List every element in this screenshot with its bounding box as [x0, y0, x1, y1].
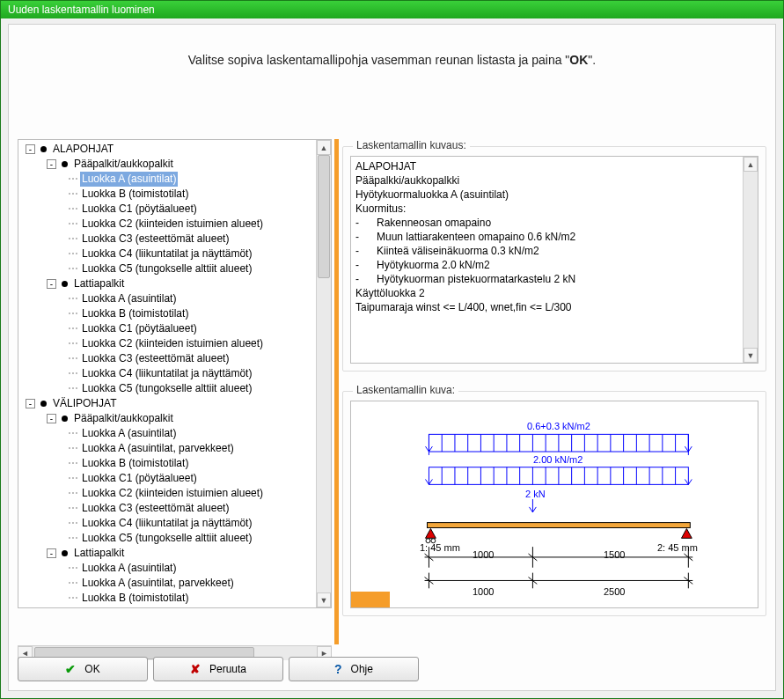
- pointload-label: 2 kN: [525, 489, 546, 499]
- tree-leaf[interactable]: ⋯Luokka B (toimistotilat): [18, 591, 316, 606]
- help-label: Ohje: [351, 663, 373, 675]
- tree-leaf[interactable]: ⋯Luokka A (asuintilat): [18, 172, 316, 187]
- expander-icon[interactable]: -: [47, 414, 56, 423]
- tree-node-label: Luokka B (toimistotilat): [80, 591, 190, 606]
- tree-leaf[interactable]: ⋯Luokka C3 (esteettömät alueet): [18, 232, 316, 246]
- image-group-title: Laskentamallin kuva:: [353, 384, 458, 396]
- tree-node-label: Luokka C1 (pöytäalueet): [80, 202, 199, 217]
- expander-icon[interactable]: -: [47, 548, 56, 558]
- scroll-thumb[interactable]: [318, 155, 330, 278]
- bullet-icon: [40, 401, 47, 407]
- tree-node-label: VÄLIPOHJAT: [51, 396, 118, 411]
- tree-leaf[interactable]: ⋯Luokka C2 (kiinteiden istuimien alueet): [18, 217, 316, 232]
- tree-branch[interactable]: -Lattiapalkit: [18, 276, 316, 291]
- scroll-up-icon[interactable]: ▲: [744, 157, 758, 172]
- tree-node-label: Luokka A (asuintilat, parvekkeet): [80, 441, 236, 456]
- leaf-connector-icon: ⋯: [68, 531, 80, 546]
- description-line: - Rakenneosan omapaino: [355, 216, 753, 230]
- svg-marker-54: [426, 528, 436, 538]
- right-support-label: 2: 45 mm: [657, 542, 698, 553]
- tree-leaf[interactable]: ⋯Luokka A (asuintilat, parvekkeet): [18, 441, 316, 456]
- help-button[interactable]: ? Ohje: [289, 657, 419, 681]
- tree-node-label: Luokka C5 (tungokselle alttiit alueet): [80, 381, 253, 396]
- tree-leaf[interactable]: ⋯Luokka C2 (kiinteiden istuimien alueet): [18, 486, 316, 501]
- tree-node-label: Luokka C4 (liikuntatilat ja näyttämöt): [80, 246, 253, 261]
- expander-icon[interactable]: -: [47, 159, 56, 169]
- desc-vscrollbar[interactable]: ▲ ▼: [743, 157, 758, 363]
- tree-leaf[interactable]: ⋯Luokka B (toimistotilat): [18, 306, 316, 321]
- scroll-down-icon[interactable]: ▼: [317, 592, 331, 607]
- svg-line-5: [685, 446, 688, 452]
- svg-rect-53: [427, 523, 690, 528]
- right-pane: Laskentamallin kuvaus: ALAPOHJATPääpalkk…: [342, 139, 766, 644]
- expander-icon[interactable]: -: [26, 144, 35, 154]
- svg-line-51: [529, 507, 532, 512]
- svg-line-30: [688, 479, 692, 484]
- dim-bot-left: 1000: [473, 586, 494, 597]
- description-line: Pääpalkki/aukkopalkki: [355, 173, 753, 188]
- expander-icon[interactable]: -: [47, 279, 56, 289]
- tree-node-label: Luokka A (asuintilat, parvekkeet): [80, 576, 236, 591]
- tree-leaf[interactable]: ⋯Luokka A (asuintilat, parvekkeet): [18, 576, 316, 591]
- tree-branch[interactable]: -ALAPOHJAT: [18, 142, 316, 157]
- tree-node-label: Luokka C1 (pöytäalueet): [80, 471, 199, 486]
- tree-branch[interactable]: -Pääpalkit/aukkopalkit: [18, 411, 316, 426]
- leaf-connector-icon: ⋯: [68, 246, 80, 261]
- dialog-window: Uuden laskentamallin luominen Valitse so…: [0, 0, 784, 699]
- tree-node-label: Luokka A (asuintilat): [80, 561, 178, 576]
- dim-top-right: 1500: [604, 549, 625, 560]
- tree-leaf[interactable]: ⋯Luokka C3 (esteettömät alueet): [18, 351, 316, 366]
- scroll-down-icon[interactable]: ▼: [744, 348, 758, 363]
- tree-leaf[interactable]: ⋯Luokka A (asuintilat): [18, 426, 316, 441]
- description-line: Käyttöluokka 2: [355, 286, 753, 300]
- tree-leaf[interactable]: ⋯Luokka B (toimistotilat): [18, 187, 316, 202]
- titlebar: Uuden laskentamallin luominen: [1, 1, 783, 18]
- tree-leaf[interactable]: ⋯Luokka C4 (liikuntatilat ja näyttämöt): [18, 516, 316, 531]
- svg-line-6: [688, 446, 692, 452]
- svg-marker-55: [681, 528, 692, 538]
- tree-branch[interactable]: -VÄLIPOHJAT: [18, 396, 316, 411]
- tree-branch[interactable]: -Lattiapalkit: [18, 546, 316, 561]
- tree-leaf[interactable]: ⋯Luokka A (asuintilat): [18, 561, 316, 576]
- tree-leaf[interactable]: ⋯Luokka C1 (pöytäalueet): [18, 321, 316, 336]
- leaf-connector-icon: ⋯: [68, 486, 80, 501]
- tree-node-label: Luokka C3 (esteettömät alueet): [80, 501, 231, 516]
- tree-leaf[interactable]: ⋯Luokka C5 (tungokselle alttiit alueet): [18, 261, 316, 276]
- template-tree[interactable]: -ALAPOHJAT-Pääpalkit/aukkopalkit⋯Luokka …: [18, 139, 332, 608]
- tree-vscrollbar[interactable]: ▲ ▼: [316, 140, 331, 607]
- tree-leaf[interactable]: ⋯Luokka C1 (pöytäalueet): [18, 202, 316, 217]
- tree-leaf[interactable]: ⋯Luokka C4 (liikuntatilat ja näyttämöt): [18, 366, 316, 381]
- description-line: - Kiinteä väliseinäkuorma 0.3 kN/m2: [355, 244, 753, 258]
- tree-leaf[interactable]: ⋯Luokka B (toimistotilat): [18, 456, 316, 471]
- tree-leaf[interactable]: ⋯Luokka C3 (esteettömät alueet): [18, 501, 316, 516]
- ok-button[interactable]: ✔ OK: [18, 657, 148, 681]
- instruction-text: Valitse sopiva laskentamallipohja vasemm…: [9, 25, 775, 95]
- x-icon: ✘: [190, 662, 201, 676]
- tree-node-label: Luokka A (asuintilat): [80, 172, 178, 187]
- tree-node-label: Pääpalkit/aukkopalkit: [72, 411, 175, 426]
- description-textarea[interactable]: ALAPOHJATPääpalkki/aukkopalkkiHyötykuorm…: [350, 156, 758, 364]
- tree-branch[interactable]: -Pääpalkit/aukkopalkit: [18, 157, 316, 172]
- expander-icon[interactable]: -: [26, 399, 35, 408]
- tree-leaf[interactable]: ⋯Luokka C5 (tungokselle alttiit alueet): [18, 531, 316, 546]
- instruction-bold: OK: [569, 53, 588, 67]
- tree-node-label: Luokka C4 (liikuntatilat ja näyttämöt): [80, 366, 253, 381]
- image-group: Laskentamallin kuva:: [342, 384, 766, 616]
- tree-leaf[interactable]: ⋯Luokka C4 (liikuntatilat ja näyttämöt): [18, 246, 316, 261]
- tree-leaf[interactable]: ⋯Luokka C2 (kiinteiden istuimien alueet): [18, 336, 316, 351]
- svg-line-28: [429, 479, 432, 484]
- description-line: - Muun lattiarakenteen omapaino 0.6 kN/m…: [355, 230, 753, 244]
- tree-leaf[interactable]: ⋯Luokka A (asuintilat): [18, 291, 316, 306]
- description-line: ALAPOHJAT: [355, 159, 753, 173]
- dim-bot-right: 2500: [604, 586, 625, 597]
- tree-leaf[interactable]: ⋯Luokka C1 (pöytäalueet): [18, 471, 316, 486]
- bullet-icon: [62, 161, 68, 167]
- cancel-button[interactable]: ✘ Peruuta: [153, 657, 283, 681]
- tree-node-label: Luokka A (asuintilat): [80, 291, 178, 306]
- load1-label: 0.6+0.3 kN/m2: [527, 421, 590, 431]
- scroll-up-icon[interactable]: ▲: [317, 140, 331, 155]
- tree-leaf[interactable]: ⋯Luokka C5 (tungokselle alttiit alueet): [18, 381, 316, 396]
- leaf-connector-icon: ⋯: [68, 336, 80, 351]
- splitter[interactable]: [334, 139, 339, 644]
- tree-node-label: Luokka A (asuintilat): [80, 426, 178, 441]
